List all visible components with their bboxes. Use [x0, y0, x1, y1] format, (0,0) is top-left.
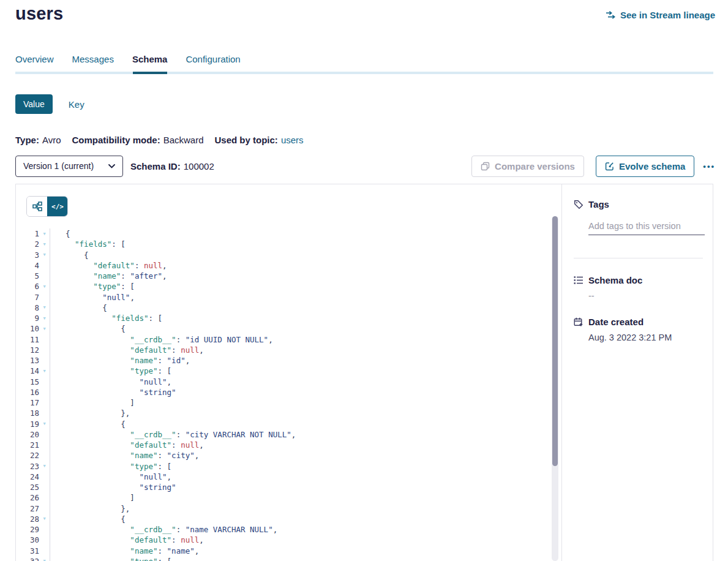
code-view-icon: </> — [51, 203, 64, 211]
line-number: 5 — [16, 271, 39, 280]
code-text: "null", — [50, 377, 171, 386]
value-tab-button[interactable]: Value — [15, 94, 53, 114]
schema-meta-row: Type: Avro Compatibility mode: Backward … — [15, 135, 304, 145]
tree-view-button[interactable] — [27, 197, 47, 216]
code-line: 23▼ "type": [ — [16, 461, 549, 472]
schema-id: Schema ID: 100002 — [130, 161, 214, 171]
line-number: 22 — [16, 451, 39, 460]
line-number: 4 — [16, 261, 39, 270]
code-text: { — [50, 420, 126, 429]
code-line: 26 ] — [16, 492, 549, 503]
code-line: 31 "name": "name", — [16, 546, 549, 556]
used-by-topic-label: Used by topic: — [215, 135, 278, 145]
code-line: 7 "null", — [16, 292, 549, 303]
compatibility-label: Compatibility mode: — [72, 135, 160, 145]
line-number: 16 — [16, 388, 39, 397]
code-line: 5 "name": "after", — [16, 271, 549, 281]
code-text: "default": null, — [50, 261, 167, 270]
fold-toggle-icon[interactable]: ▼ — [39, 242, 50, 247]
line-number: 7 — [16, 293, 39, 302]
line-number: 23 — [16, 462, 39, 471]
evolve-schema-button[interactable]: Evolve schema — [596, 156, 694, 177]
code-text: "null", — [50, 293, 135, 302]
fold-toggle-icon[interactable]: ▼ — [39, 369, 50, 374]
code-text: "default": null, — [50, 345, 204, 355]
more-options-menu[interactable]: ••• — [703, 162, 715, 170]
code-text: }, — [50, 504, 130, 513]
tab-configuration[interactable]: Configuration — [186, 54, 240, 70]
code-text: { — [50, 250, 89, 260]
code-line: 24 "null", — [16, 472, 549, 482]
code-line: 29 "__crdb__": "name VARCHAR NULL", — [16, 524, 549, 535]
used-by-topic-link[interactable]: users — [281, 135, 304, 145]
fold-toggle-icon[interactable]: ▼ — [39, 464, 50, 469]
line-number: 30 — [16, 535, 39, 544]
type-value: Avro — [42, 135, 61, 145]
code-line: 3▼ { — [16, 250, 549, 260]
tab-schema[interactable]: Schema — [132, 54, 168, 70]
fold-toggle-icon[interactable]: ▼ — [39, 326, 50, 331]
line-number: 31 — [16, 546, 39, 555]
fold-toggle-icon[interactable]: ▼ — [39, 516, 50, 521]
code-line: 10▼ { — [16, 323, 549, 334]
line-number: 12 — [16, 345, 39, 355]
line-number: 26 — [16, 493, 39, 502]
key-tab-button[interactable]: Key — [69, 99, 84, 110]
fold-toggle-icon[interactable]: ▼ — [39, 559, 50, 561]
stream-lineage-icon — [606, 10, 616, 20]
code-line: 22 "name": "city", — [16, 450, 549, 461]
code-text: }, — [50, 409, 130, 418]
line-number: 29 — [16, 525, 39, 534]
stream-lineage-label: See in Stream lineage — [620, 10, 715, 20]
compatibility-value: Backward — [163, 135, 204, 145]
code-line: 30 "default": null, — [16, 535, 549, 545]
code-text: "type": [ — [50, 462, 171, 471]
code-scrollbar-thumb[interactable] — [552, 216, 558, 466]
fold-toggle-icon[interactable]: ▼ — [39, 305, 50, 310]
compare-versions-button[interactable]: Compare versions — [471, 156, 584, 177]
code-text: "__crdb__": "name VARCHAR NULL", — [50, 525, 277, 534]
schema-doc-title: Schema doc — [588, 275, 642, 285]
line-number: 28 — [16, 514, 39, 524]
tags-input[interactable] — [588, 220, 705, 235]
line-number: 24 — [16, 472, 39, 481]
type-label: Type: — [15, 135, 39, 145]
line-number: 20 — [16, 430, 39, 439]
date-created-header: Date created — [574, 317, 644, 327]
code-scrollbar[interactable] — [552, 216, 558, 561]
code-text: "fields": [ — [50, 239, 126, 249]
tags-header: Tags — [574, 199, 609, 209]
fold-toggle-icon[interactable]: ▼ — [39, 284, 50, 289]
line-number: 21 — [16, 440, 39, 450]
code-text: "fields": [ — [50, 314, 162, 323]
tags-input-wrap — [588, 220, 705, 235]
schema-value-key-toggle: Value Key — [15, 94, 84, 114]
version-select[interactable]: Version 1 (current) — [15, 156, 123, 177]
fold-toggle-icon[interactable]: ▼ — [39, 316, 50, 321]
fold-toggle-icon[interactable]: ▼ — [39, 252, 50, 257]
compare-versions-label: Compare versions — [495, 161, 575, 171]
code-line: 9▼ "fields": [ — [16, 313, 549, 323]
code-view-button[interactable]: </> — [47, 197, 67, 216]
code-line: 25 "string" — [16, 482, 549, 492]
stream-lineage-link[interactable]: See in Stream lineage — [606, 10, 715, 20]
line-number: 17 — [16, 398, 39, 407]
tab-messages[interactable]: Messages — [72, 54, 114, 70]
code-text: { — [50, 324, 126, 333]
code-text: "__crdb__": "id UUID NOT NULL", — [50, 335, 273, 344]
code-line: 13 "name": "id", — [16, 355, 549, 366]
line-number: 15 — [16, 377, 39, 386]
tab-overview[interactable]: Overview — [15, 54, 54, 70]
code-line: 2▼ "fields": [ — [16, 239, 549, 249]
schema-view-toggle: </> — [26, 196, 68, 217]
fold-toggle-icon[interactable]: ▼ — [39, 232, 50, 236]
code-text: "type": [ — [50, 557, 171, 561]
schema-json-editor[interactable]: 1▼{2▼ "fields": [3▼ {4 "default": null,5… — [16, 228, 549, 561]
fold-toggle-icon[interactable]: ▼ — [39, 421, 50, 426]
chevron-down-icon — [108, 164, 115, 168]
schema-panel: </> 1▼{2▼ "fields": [3▼ {4 "default": nu… — [15, 184, 713, 561]
code-line: 12 "default": null, — [16, 345, 549, 355]
code-text: "type": [ — [50, 366, 171, 375]
list-icon — [574, 276, 584, 285]
page-title: users — [15, 4, 63, 24]
